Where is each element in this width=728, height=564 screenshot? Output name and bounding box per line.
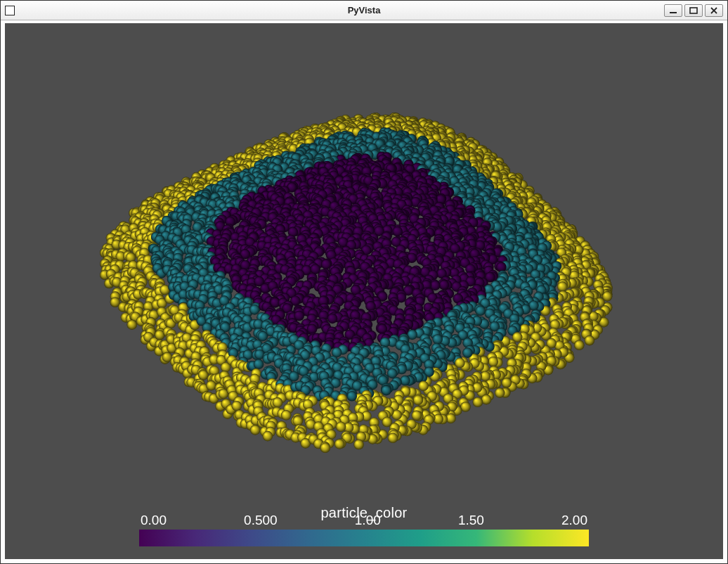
svg-rect-1 (690, 8, 697, 13)
svg-rect-0 (670, 12, 677, 13)
colorbar: particle_color 0.00 0.500 1.00 1.50 2.00 (139, 496, 589, 546)
app-window: PyVista particle_color 0.00 0.500 1.00 1… (0, 0, 728, 564)
point-cloud-canvas-holder (5, 23, 723, 559)
titlebar: PyVista (1, 1, 727, 20)
minimize-button[interactable] (664, 4, 682, 17)
point-cloud-canvas[interactable] (5, 23, 722, 558)
window-title: PyVista (1, 5, 727, 15)
close-button[interactable] (705, 4, 723, 17)
window-controls (664, 4, 723, 17)
minimize-icon (669, 7, 677, 14)
render-viewport[interactable]: particle_color 0.00 0.500 1.00 1.50 2.00 (1, 20, 727, 563)
colorbar-gradient (139, 530, 589, 546)
app-icon (5, 6, 15, 15)
colorbar-title: particle_color (139, 505, 589, 521)
close-icon (710, 7, 718, 14)
maximize-icon (689, 7, 698, 14)
maximize-button[interactable] (684, 4, 703, 17)
